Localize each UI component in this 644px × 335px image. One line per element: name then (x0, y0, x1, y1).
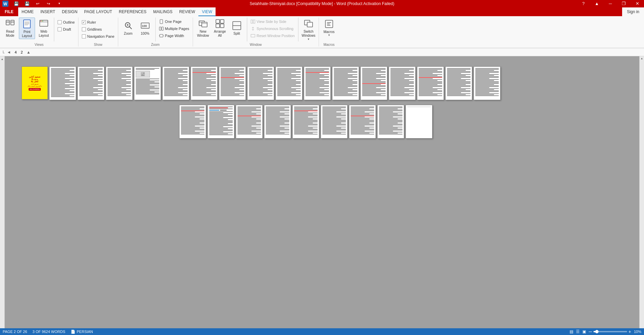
words-status[interactable]: 3 OF 9624 WORDS (33, 330, 65, 334)
doc-page-21[interactable] (264, 105, 291, 139)
doc-page-25[interactable] (377, 105, 404, 139)
menu-mailings[interactable]: MAILINGS (150, 7, 176, 16)
print-layout-btn[interactable]: PrintLayout (19, 18, 35, 39)
doc-page-14[interactable] (389, 66, 416, 100)
menu-review[interactable]: REVIEW (176, 7, 198, 16)
web-layout-btn[interactable]: WebLayout (36, 18, 52, 38)
divider2 (155, 18, 156, 41)
page-lines (321, 105, 347, 136)
doc-page-23[interactable] (321, 105, 348, 139)
restore-btn[interactable]: ❐ (617, 0, 631, 7)
page-status[interactable]: PAGE 2 OF 26 (3, 330, 27, 334)
read-mode-btn[interactable]: ReadMode (2, 18, 18, 38)
new-window-btn[interactable]: NewWindow (195, 18, 211, 38)
doc-page-16[interactable] (445, 66, 472, 100)
arrange-all-btn[interactable]: ArrangeAll (212, 18, 228, 38)
switch-windows-btn[interactable]: SwitchWindows ▼ (300, 18, 317, 41)
menu-insert[interactable]: INSERT (37, 7, 59, 16)
doc-page-8[interactable] (219, 66, 246, 100)
cover-title: تصفیق آنلاینبدنید بالاکافل بالا (29, 75, 40, 83)
doc-page-24[interactable] (349, 105, 376, 139)
redo-btn[interactable]: ↪ (43, 0, 54, 7)
doc-page-4[interactable] (106, 66, 133, 100)
menu-home[interactable]: HOME (18, 7, 37, 16)
zoom-minus-btn[interactable]: ─ (589, 329, 592, 334)
ribbon-toggle-btn[interactable]: ▲ (590, 0, 604, 7)
status-bar: PAGE 2 OF 26 3 OF 9624 WORDS 📄 PERSIAN ▤… (0, 328, 644, 335)
zoom-100-btn[interactable]: 100 100% (137, 18, 153, 38)
zoom-percent[interactable]: 10% (634, 330, 641, 334)
status-right: ▤ ☰ ▣ ─ + 10% (570, 329, 641, 334)
scroll-right-up-btn[interactable]: ▲ (640, 56, 644, 60)
split-btn[interactable]: Split (229, 18, 245, 38)
close-btn[interactable]: ✕ (631, 0, 644, 7)
navigation-pane-btn[interactable]: Navigation Pane (80, 33, 116, 40)
svg-point-16 (41, 21, 42, 22)
doc-page-10[interactable] (276, 66, 302, 100)
menu-references[interactable]: REFERENCES (116, 7, 150, 16)
undo-btn[interactable]: ↩ (32, 0, 43, 7)
quick-save-btn[interactable]: 💾 (11, 0, 22, 7)
nav-arrow-right[interactable]: ▲ (26, 49, 32, 55)
menu-file[interactable]: FILE (0, 7, 18, 16)
doc-page-11[interactable] (304, 66, 331, 100)
menu-view[interactable]: VIEW (198, 7, 216, 16)
ribbon-group-zoom: Zoom 100 100% One Page (118, 18, 193, 47)
svg-rect-45 (307, 22, 313, 27)
page-lines (304, 67, 330, 97)
nav-arrow-left[interactable]: ◄ (6, 49, 12, 55)
doc-page-20[interactable] (236, 105, 263, 139)
zoom-btn[interactable]: Zoom (120, 18, 136, 38)
reset-window-position-btn[interactable]: Reset Window Position (249, 32, 296, 39)
doc-page-6[interactable] (162, 66, 189, 100)
customizeqat-btn[interactable]: ▼ (54, 0, 65, 7)
doc-page-9[interactable] (247, 66, 274, 100)
doc-page-18[interactable] (179, 105, 206, 139)
menu-design[interactable]: DESIGN (59, 7, 81, 16)
multiple-pages-btn[interactable]: Multiple Pages (158, 25, 191, 32)
doc-page-15[interactable] (417, 66, 444, 100)
one-page-icon (159, 19, 164, 24)
view-reading-icon[interactable]: ☰ (576, 329, 580, 334)
doc-page-7[interactable] (191, 66, 218, 100)
view-side-by-side-btn[interactable]: View Side by Side (249, 18, 296, 25)
navigation-pane-check (82, 34, 86, 38)
nav-number-4: 4 (13, 50, 18, 54)
zoom-handle[interactable] (595, 330, 599, 333)
multiple-pages-label: Multiple Pages (165, 27, 189, 31)
doc-page-13[interactable] (360, 66, 387, 100)
one-page-label: One Page (165, 20, 182, 24)
doc-page-17[interactable] (474, 66, 501, 100)
quick-save2-btn[interactable]: 💾 (22, 0, 32, 7)
doc-page-2[interactable] (49, 66, 76, 100)
macros-btn[interactable]: Macros ▼ (321, 18, 337, 38)
doc-page-3[interactable] (77, 66, 104, 100)
page-width-btn[interactable]: Page Width (158, 32, 191, 39)
zoom-bar[interactable] (593, 331, 627, 332)
document-area[interactable]: تصفیق آنلاینبدنید بالاکافل بالا صریع دات… (5, 56, 639, 332)
minimize-btn[interactable]: ─ (604, 0, 617, 7)
one-page-btn[interactable]: One Page (158, 18, 191, 25)
word-icon[interactable]: W (0, 0, 11, 7)
doc-page-19[interactable] (207, 105, 234, 139)
view-page-icon[interactable]: ▣ (582, 329, 586, 334)
page-lines (332, 67, 359, 97)
doc-page-5[interactable] (134, 66, 161, 100)
menu-pagelayout[interactable]: PAGE LAYOUT (81, 7, 116, 16)
zoom-items: Zoom 100 100% One Page (120, 18, 191, 41)
gridlines-btn[interactable]: Gridlines (80, 26, 116, 33)
scroll-up-btn[interactable]: ▲ (0, 57, 4, 61)
language-status[interactable]: PERSIAN (77, 330, 93, 334)
sign-in-btn[interactable]: Sign in (622, 7, 644, 16)
draft-btn[interactable]: Draft (56, 26, 76, 33)
view-normal-icon[interactable]: ▤ (570, 329, 573, 334)
doc-page-1[interactable]: تصفیق آنلاینبدنید بالاکافل بالا صریع دات… (22, 66, 48, 99)
doc-page-22[interactable] (292, 105, 319, 139)
outline-btn[interactable]: Outline (56, 19, 76, 26)
zoom-plus-btn[interactable]: + (629, 329, 631, 334)
doc-page-26[interactable] (406, 105, 432, 139)
synchronous-scrolling-btn[interactable]: Synchronous Scrolling (249, 25, 296, 32)
help-btn[interactable]: ? (577, 0, 590, 7)
doc-page-12[interactable] (332, 66, 359, 100)
ruler-btn[interactable]: ✓ Ruler (80, 19, 116, 26)
